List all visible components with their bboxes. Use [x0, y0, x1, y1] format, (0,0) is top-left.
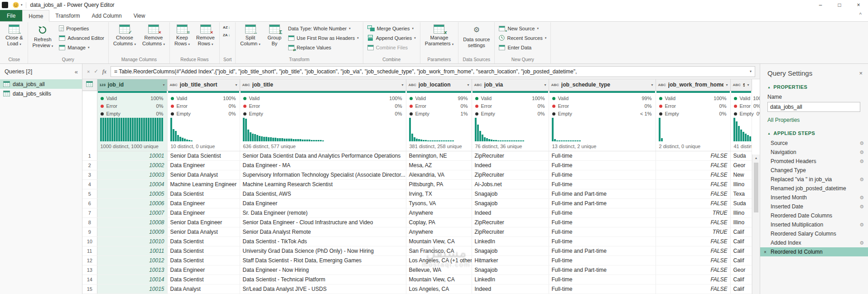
cell-job_via[interactable]: ZipRecruiter — [472, 218, 549, 227]
cell-job_title_short[interactable]: Data Analyst — [167, 284, 240, 294]
manage-button[interactable]: Manage ▾ — [57, 43, 92, 52]
cell-job_id[interactable]: 10006 — [97, 199, 167, 208]
cell-job_location[interactable]: San Francisco, CA — [406, 246, 472, 256]
cell-job_id[interactable]: 10012 — [97, 256, 167, 265]
cell-job_schedule_type[interactable]: Full-time — [549, 151, 656, 161]
cell-job_title_short[interactable]: Data Scientist — [167, 237, 240, 246]
cell-job_title[interactable]: Data Engineer — [240, 199, 406, 208]
keep-rows-button[interactable]: ≡ Keep Rows ▾ — [172, 23, 193, 53]
cell-job_title[interactable]: Machine Learning Research Scientist — [240, 180, 406, 189]
cell-job_title_short[interactable]: Data Engineer — [167, 161, 240, 170]
cell-job_id[interactable]: 10005 — [97, 189, 167, 199]
column-filter-icon[interactable]: ▾ — [726, 83, 728, 87]
tab-view[interactable]: View — [128, 10, 151, 21]
merge-queries-button[interactable]: Merge Queries ▾ — [365, 24, 416, 33]
cell-job_work_from_home[interactable]: FALSE — [656, 218, 730, 227]
cell-job_title[interactable]: Senior Data Engineer - Cloud Infrastruct… — [240, 218, 406, 227]
cell-job_title[interactable]: Data Scientist, AWS — [240, 189, 406, 199]
column-histogram-job_via[interactable] — [472, 118, 549, 143]
cell-job_location[interactable]: Bennington, NE — [406, 151, 472, 161]
new-source-button[interactable]: +New Source ▾ — [497, 24, 540, 33]
cell-job_location[interactable]: Bellevue, WA — [406, 265, 472, 275]
cell-job_schedule_type[interactable]: Full-time and Part-time — [549, 265, 656, 275]
cell-job_via[interactable]: ZipRecruiter — [472, 170, 549, 180]
applied-step[interactable]: Replaced "via " in job_via⚙ — [760, 175, 868, 184]
row-number[interactable]: 13 — [82, 265, 97, 275]
cell-job_location[interactable]: Mesa, AZ — [406, 161, 472, 170]
refresh-preview-button[interactable]: Refresh Preview ▾ — [30, 23, 56, 53]
properties-section-header[interactable]: ▲ PROPERTIES — [760, 82, 868, 92]
cell-job_location[interactable]: Los Angeles, CA (+1 other) — [406, 256, 472, 265]
cell-job_via[interactable]: Snagajob — [472, 246, 549, 256]
cell-job_title[interactable]: Data Engineer - Now Hiring — [240, 265, 406, 275]
cell-job_work_from_home[interactable]: TRUE — [656, 227, 730, 237]
row-number[interactable]: 4 — [82, 180, 97, 189]
column-type-icon[interactable]: ABC — [474, 83, 482, 87]
scroll-up-arrow-icon[interactable]: ▲ — [752, 154, 760, 162]
cell-job_via[interactable]: ZipRecruiter — [472, 227, 549, 237]
column-histogram-job_location[interactable] — [406, 118, 472, 143]
cell-job_schedule_type[interactable]: Full-time and Part-time — [549, 199, 656, 208]
column-type-icon[interactable]: ABC — [658, 83, 666, 87]
row-number[interactable]: 8 — [82, 218, 97, 227]
cell-job_title[interactable]: Senior Data Analyst Remote — [240, 227, 406, 237]
cell-job_work_from_home[interactable]: FALSE — [656, 180, 730, 189]
cell-job_work_from_home[interactable]: FALSE — [656, 189, 730, 199]
feedback-smiley-icon[interactable] — [13, 2, 19, 8]
column-type-icon[interactable]: ABC — [170, 83, 178, 87]
cell-job_id[interactable]: 10011 — [97, 246, 167, 256]
table-corner-button[interactable] — [82, 79, 97, 91]
cell-job_location[interactable]: Anywhere — [406, 208, 472, 218]
applied-step[interactable]: Added Index⚙ — [760, 238, 868, 247]
gear-icon[interactable]: ⚙ — [858, 177, 864, 183]
gear-icon[interactable]: ⚙ — [858, 159, 864, 164]
cell-job_title_short[interactable]: Data Scientist — [167, 275, 240, 284]
cell-job_via[interactable]: Snagajob — [472, 189, 549, 199]
column-filter-icon[interactable]: ▾ — [747, 83, 749, 87]
cell-search_location[interactable]: Calif — [730, 246, 752, 256]
cell-search_location[interactable]: Suda — [730, 199, 752, 208]
row-number[interactable]: 3 — [82, 170, 97, 180]
gear-icon[interactable]: ⚙ — [858, 240, 864, 246]
row-number[interactable]: 9 — [82, 227, 97, 237]
column-filter-icon[interactable]: ▾ — [235, 83, 237, 87]
cell-job_via[interactable]: Indeed — [472, 284, 549, 294]
cell-job_title[interactable]: Sr. Data Engineer (remote) — [240, 208, 406, 218]
cell-job_location[interactable]: Anywhere — [406, 227, 472, 237]
cell-job_schedule_type[interactable]: Full-time — [549, 161, 656, 170]
tab-add-column[interactable]: Add Column — [86, 10, 128, 21]
cell-job_title_short[interactable]: Senior Data Analyst — [167, 227, 240, 237]
row-number[interactable]: 7 — [82, 208, 97, 218]
cell-search_location[interactable]: Suda — [730, 151, 752, 161]
column-header-job_title[interactable]: ABCjob_title▾ — [240, 79, 406, 91]
close-button[interactable]: × — [849, 0, 868, 10]
column-histogram-search_location[interactable] — [730, 118, 752, 143]
data-type-dropdown[interactable]: Data Type: Whole Number ▾ — [286, 24, 353, 33]
cell-job_location[interactable]: Mountain View, CA — [406, 275, 472, 284]
cell-job_schedule_type[interactable]: Full-time — [549, 227, 656, 237]
cell-job_work_from_home[interactable]: FALSE — [656, 170, 730, 180]
row-number[interactable]: 1 — [82, 151, 97, 161]
combine-files-button[interactable]: Combine Files — [365, 43, 410, 52]
properties-button[interactable]: Properties — [57, 24, 91, 33]
cell-job_id[interactable]: 10013 — [97, 265, 167, 275]
applied-step[interactable]: Inserted Date⚙ — [760, 202, 868, 211]
delete-step-icon[interactable]: × — [764, 250, 771, 255]
cell-job_location[interactable]: Tysons, VA — [406, 199, 472, 208]
column-filter-icon[interactable]: ▾ — [467, 83, 469, 87]
cell-job_work_from_home[interactable]: FALSE — [656, 246, 730, 256]
cell-job_id[interactable]: 10004 — [97, 180, 167, 189]
column-type-icon[interactable]: 123 — [100, 83, 106, 87]
cell-job_work_from_home[interactable]: FALSE — [656, 275, 730, 284]
cell-job_id[interactable]: 10003 — [97, 170, 167, 180]
cancel-formula-icon[interactable]: × — [87, 69, 90, 74]
row-number[interactable]: 15 — [82, 284, 97, 294]
cell-job_title_short[interactable]: Data Engineer — [167, 199, 240, 208]
collapse-ribbon-icon[interactable]: ^ — [859, 12, 862, 17]
all-properties-link[interactable]: All Properties — [760, 116, 868, 129]
column-type-icon[interactable]: ABC — [551, 83, 559, 87]
cell-search_location[interactable]: Calif — [730, 256, 752, 265]
cell-job_schedule_type[interactable]: Full-time — [549, 284, 656, 294]
applied-step[interactable]: Navigation⚙ — [760, 148, 868, 157]
cell-job_title_short[interactable]: Data Scientist — [167, 256, 240, 265]
